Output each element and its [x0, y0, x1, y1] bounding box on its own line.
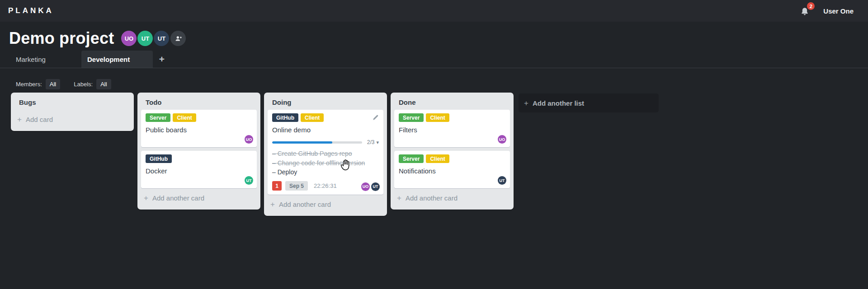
project-title: Demo project	[9, 29, 114, 48]
board: Bugs+Add cardTodoServerClientPublic boar…	[0, 93, 868, 216]
filter-labels-label: Labels:	[74, 81, 93, 88]
list-title: Bugs	[19, 98, 126, 106]
project-member-avatar[interactable]: UT	[137, 31, 153, 46]
checklist-item: – Deploy	[272, 168, 379, 177]
due-date-badge[interactable]: Sep 5	[285, 181, 308, 191]
label-chip-github: GitHub	[272, 113, 298, 122]
plus-icon: +	[397, 194, 401, 202]
add-list-label: Add another list	[533, 99, 584, 107]
plus-icon: +	[144, 194, 148, 202]
list-done: DoneServerClientFiltersUOServerClientNot…	[391, 93, 514, 210]
checklist-progress-bar	[272, 141, 362, 144]
notification-count-badge: 2	[807, 2, 815, 10]
card-title: Notifications	[399, 167, 505, 175]
add-card-button[interactable]: +Add card	[11, 110, 134, 130]
card-notification-badge: 1	[272, 181, 282, 191]
cards-container: GitHubClientOnline demo2/3▾– Create GitH…	[264, 110, 387, 195]
project-header: Demo project UOUTUT	[0, 22, 868, 51]
card-title: Filters	[399, 126, 505, 134]
list-header: Todo	[137, 93, 260, 110]
card-members: UO	[245, 135, 253, 144]
list-title: Todo	[146, 98, 252, 106]
tab-development[interactable]: Development	[81, 51, 153, 68]
label-chip-client: Client	[301, 113, 324, 122]
add-card-button[interactable]: +Add another card	[264, 195, 387, 215]
list-doing: DoingGitHubClientOnline demo2/3▾– Create…	[264, 93, 387, 216]
checklist-item: – Change code for offline version	[272, 158, 379, 168]
card-docker[interactable]: GitHubDockerUT	[141, 151, 257, 188]
card-labels: ServerClient	[146, 113, 252, 122]
project-member-avatar[interactable]: UT	[154, 31, 169, 46]
card-members: UO	[498, 135, 506, 144]
chevron-down-icon[interactable]: ▾	[376, 140, 379, 145]
card-labels: GitHub	[146, 154, 252, 163]
cards-container: ServerClientPublic boardsUOGitHubDockerU…	[137, 110, 260, 188]
add-card-button[interactable]: +Add another card	[137, 188, 260, 209]
plus-icon: +	[270, 200, 275, 208]
label-chip-server: Server	[399, 154, 424, 163]
list-title: Doing	[272, 98, 379, 106]
card-member-avatar[interactable]: UT	[371, 182, 380, 191]
add-member-button[interactable]	[170, 31, 186, 46]
label-chip-client: Client	[173, 113, 196, 122]
list-header: Doing	[264, 93, 387, 110]
list-header: Done	[391, 93, 514, 110]
label-chip-server: Server	[399, 113, 424, 122]
topbar-right: 2 User One	[800, 5, 854, 16]
project-members: UOUTUT	[120, 31, 186, 46]
card-members: UT	[245, 176, 253, 185]
list-todo: TodoServerClientPublic boardsUOGitHubDoc…	[137, 93, 260, 210]
card-public-boards[interactable]: ServerClientPublic boardsUO	[141, 110, 257, 147]
checklist-progress: 2/3▾	[272, 139, 379, 145]
add-board-button[interactable]: +	[153, 51, 171, 68]
label-chip-client: Client	[426, 154, 449, 163]
card-filters[interactable]: ServerClientFiltersUO	[394, 110, 510, 147]
list-header: Bugs	[11, 93, 134, 110]
card-title: Online demo	[272, 126, 379, 134]
card-notifications[interactable]: ServerClientNotificationsUT	[394, 151, 510, 188]
card-labels: ServerClient	[399, 154, 505, 163]
board-tabs: MarketingDevelopment+	[10, 51, 868, 68]
card-member-avatar[interactable]: UT	[498, 176, 506, 185]
add-card-label: Add another card	[152, 194, 204, 202]
cards-container: ServerClientFiltersUOServerClientNotific…	[391, 110, 514, 188]
person-add-icon	[174, 34, 183, 43]
add-card-label: Add another card	[406, 194, 458, 202]
card-online-demo[interactable]: GitHubClientOnline demo2/3▾– Create GitH…	[268, 110, 383, 195]
list-bugs: Bugs+Add card	[11, 93, 134, 131]
label-chip-server: Server	[146, 113, 170, 122]
edit-card-button[interactable]	[372, 114, 379, 121]
card-members: UT	[498, 176, 506, 185]
card-member-avatar[interactable]: UO	[361, 182, 370, 191]
checklist-progress-label: 2/3	[367, 139, 375, 145]
add-card-label: Add another card	[279, 200, 331, 208]
checklist-items: – Create GitHub Pages repo– Change code …	[272, 149, 379, 177]
label-chip-github: GitHub	[146, 154, 172, 163]
plus-icon: +	[17, 116, 22, 123]
filter-members-label: Members:	[16, 81, 42, 88]
pencil-icon	[372, 114, 379, 121]
add-card-button[interactable]: +Add another card	[391, 188, 514, 209]
tab-marketing[interactable]: Marketing	[10, 51, 81, 68]
card-title: Public boards	[146, 126, 252, 134]
filter-members-value[interactable]: All	[46, 79, 60, 89]
project-member-avatar[interactable]: UO	[121, 31, 137, 46]
checklist-progress-fill	[272, 141, 332, 144]
card-member-avatar[interactable]: UO	[245, 135, 253, 144]
notifications-button[interactable]: 2	[800, 5, 811, 16]
card-labels: GitHubClient	[272, 113, 379, 122]
checklist-item: – Create GitHub Pages repo	[272, 149, 379, 158]
planka-logo: PLANKA	[8, 6, 54, 15]
list-title: Done	[399, 98, 505, 106]
plus-icon: +	[524, 99, 528, 107]
label-chip-client: Client	[426, 113, 449, 122]
user-menu[interactable]: User One	[823, 7, 854, 15]
card-member-avatar[interactable]: UO	[498, 135, 506, 144]
add-card-label: Add card	[26, 116, 53, 123]
card-labels: ServerClient	[399, 113, 505, 122]
card-member-avatar[interactable]: UT	[245, 176, 253, 185]
card-title: Docker	[146, 167, 252, 175]
topbar: PLANKA 2 User One	[0, 0, 868, 22]
filter-labels-value[interactable]: All	[96, 79, 111, 89]
add-list-button[interactable]: +Add another list	[519, 93, 659, 112]
